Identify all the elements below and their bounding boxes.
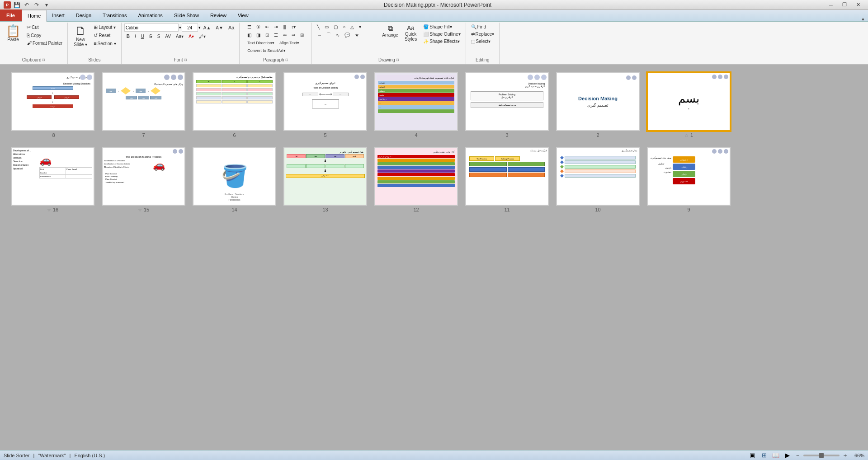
save-qat-button[interactable]: 💾 — [13, 1, 21, 9]
convert-smartart-button[interactable]: Convert to SmartArt▾ — [245, 47, 288, 54]
slide-thumb-9[interactable]: سبک های تصمیم‌گیری تحلیلی بازداری دستوری… — [647, 147, 731, 212]
slide-sorter-view-label[interactable]: Slide Sorter — [4, 453, 29, 458]
align-center-button[interactable]: ◨ — [254, 32, 263, 38]
arrange-button[interactable]: ⧉ Arrange — [380, 23, 401, 39]
normal-view-button[interactable]: ▣ — [748, 451, 757, 460]
clipboard-expand-icon[interactable]: ⊡ — [42, 58, 45, 62]
slide-thumb-12[interactable]: گال های ذهنی خانگین مجموع عوامل خبری — [374, 147, 458, 212]
redo-qat-button[interactable]: ↷ — [33, 1, 41, 9]
shape-line-button[interactable]: ╲ — [315, 23, 322, 30]
justify-button[interactable]: ☰ — [272, 32, 280, 38]
rtl-button[interactable]: ⇐ — [281, 32, 289, 38]
shape-callout-button[interactable]: 💬 — [342, 32, 352, 38]
ribbon-minimize-icon[interactable]: ▲ — [861, 16, 865, 21]
slide-thumb-11[interactable]: فرآیند حل مسئله The Problem Solving Proc… — [465, 147, 549, 212]
tab-design[interactable]: Design — [71, 9, 97, 21]
minimize-button[interactable]: ─ — [825, 0, 837, 10]
bold-button[interactable]: B — [124, 33, 132, 40]
paste-button[interactable]: 📋 Paste — [3, 23, 24, 43]
reading-view-button[interactable]: 📖 — [771, 451, 780, 460]
font-size-input[interactable] — [182, 23, 198, 32]
font-expand-icon[interactable]: ⊡ — [184, 58, 187, 62]
language-label[interactable]: English (U.S.) — [74, 453, 105, 458]
slide-thumb-10[interactable]: مدل تصمیم‌گیری — [556, 147, 640, 212]
bullets-button[interactable]: ☰ — [245, 23, 254, 30]
shape-freeform-button[interactable]: ∿ — [334, 32, 342, 38]
close-button[interactable]: ✕ — [852, 0, 864, 10]
section-button[interactable]: ≡ Section ▾ — [91, 40, 118, 47]
font-name-input[interactable] — [124, 23, 179, 32]
slide-thumb-14[interactable]: 🪣 Problem / SolutionsChoiceParticipants … — [193, 147, 276, 212]
slide-thumb-5[interactable]: انواع تصمیم گیری Types of Decision Makin… — [283, 72, 367, 138]
shape-effects-button[interactable]: ✨ Shape Effects▾ — [421, 38, 462, 45]
find-button[interactable]: 🔍 Find — [469, 23, 497, 30]
tab-slideshow[interactable]: Slide Show — [169, 9, 205, 21]
drawing-expand-icon[interactable]: ⊡ — [396, 58, 399, 62]
text-direction-button[interactable]: Text Direction▾ — [245, 40, 277, 46]
tab-review[interactable]: Review — [205, 9, 232, 21]
align-right-button[interactable]: ⊡ — [263, 32, 271, 38]
line-spacing-button[interactable]: ↕▾ — [289, 23, 298, 30]
shape-curve-button[interactable]: ⌒ — [324, 31, 333, 39]
slide-thumb-16[interactable]: Development of... Alternatives Analysis … — [11, 147, 94, 212]
slide-thumb-4[interactable]: فرایند اتخاذ تصمیم به شکل فهرست کارهای ا… — [374, 72, 458, 138]
shape-arrow-button[interactable]: → — [315, 32, 324, 38]
shape-outline-button[interactable]: ⬜ Shape Outline▾ — [421, 31, 462, 38]
copy-button[interactable]: ⎘ Copy — [24, 32, 65, 39]
shape-oval-button[interactable]: ○ — [340, 23, 348, 30]
font-color-button[interactable]: A▾ — [186, 33, 196, 40]
zoom-out-button[interactable]: － — [795, 451, 801, 460]
increase-indent-button[interactable]: ⇥ — [272, 23, 280, 30]
slideshow-view-button[interactable]: ▶ — [783, 451, 792, 460]
tab-transitions[interactable]: Transitions — [97, 9, 132, 21]
highlight-button[interactable]: 🖊▾ — [197, 33, 208, 40]
tab-file[interactable]: File — [0, 9, 22, 21]
zoom-level-label[interactable]: 66% — [851, 453, 864, 458]
qat-more-button[interactable]: ▾ — [42, 1, 51, 9]
select-button[interactable]: ⬚ Select▾ — [469, 38, 497, 45]
numbering-button[interactable]: ① — [254, 23, 263, 30]
layout-button[interactable]: ⊞ Layout ▾ — [91, 23, 118, 31]
slide-thumb-6[interactable]: مقایسه انواع برنامه‌ریزی و تصمیم‌گیری A … — [193, 72, 276, 138]
tab-home[interactable]: Home — [22, 10, 47, 22]
shape-round-rect-button[interactable]: ▢ — [331, 23, 340, 30]
shape-more-button[interactable]: ▾ — [357, 23, 363, 30]
font-size-dropdown-icon[interactable]: ▾ — [198, 25, 201, 30]
undo-qat-button[interactable]: ↶ — [23, 1, 31, 9]
watermark-tab-label[interactable]: "Watermark" — [38, 453, 66, 458]
tab-animations[interactable]: Animations — [132, 9, 168, 21]
shape-star-button[interactable]: ★ — [353, 32, 361, 38]
clear-format-button[interactable]: Aa — [226, 24, 236, 31]
reset-button[interactable]: ↺ Reset — [91, 32, 118, 39]
decrease-indent-button[interactable]: ⇤ — [263, 23, 271, 30]
slide-thumb-1[interactable]: بسم • ☆ 1 — [647, 72, 731, 138]
char-spacing-button[interactable]: AV — [163, 33, 173, 40]
slide-thumb-3[interactable]: Decision Making کارآفرین تصمیم گیری Prob… — [465, 72, 549, 138]
slide-thumb-2[interactable]: Decision Making تصمیم گیری 2 — [556, 72, 640, 138]
slide-thumb-8[interactable]: موقعیت های تصمیم گیری Decision Making Si… — [11, 72, 94, 138]
restore-button[interactable]: ❐ — [838, 0, 851, 10]
quick-styles-button[interactable]: Aa QuickStyles — [402, 23, 419, 43]
tab-view[interactable]: View — [232, 9, 255, 21]
new-slide-button[interactable]: 🗋 NewSlide ▾ — [71, 23, 90, 48]
change-case-button[interactable]: Aa▾ — [174, 33, 186, 40]
shape-tri-button[interactable]: △ — [348, 23, 356, 30]
slide-thumb-13[interactable]: هدل تصمیم گیری خانم بر قبل حین بعد نتیجه… — [283, 147, 367, 212]
zoom-slider[interactable] — [803, 455, 840, 456]
tab-insert[interactable]: Insert — [47, 9, 71, 21]
ltr-button[interactable]: ⇒ — [289, 32, 297, 38]
decrease-font-button[interactable]: A▼ — [213, 24, 226, 31]
shape-fill-button[interactable]: 🪣 Shape Fill▾ — [421, 23, 462, 30]
columns-button[interactable]: ||| — [280, 23, 288, 30]
paragraph-expand-icon[interactable]: ⊡ — [285, 58, 288, 62]
align-text-button[interactable]: Align Text▾ — [277, 40, 302, 46]
align-left-button[interactable]: ◧ — [245, 32, 254, 38]
increase-font-button[interactable]: A▲ — [201, 24, 213, 31]
cut-button[interactable]: ✂ Cut — [24, 23, 65, 31]
slide-thumb-7[interactable]: ویژگی های تصمیم با کیفیت بالا متن → → مت… — [102, 72, 185, 138]
slide-sorter-view-button[interactable]: ⊞ — [760, 451, 769, 460]
format-painter-button[interactable]: 🖌 Format Painter — [24, 39, 65, 47]
italic-button[interactable]: I — [132, 33, 138, 40]
slide-thumb-15[interactable]: The Decision Making Process Identificati… — [102, 147, 185, 212]
font-name-dropdown-icon[interactable]: ▾ — [179, 25, 181, 30]
